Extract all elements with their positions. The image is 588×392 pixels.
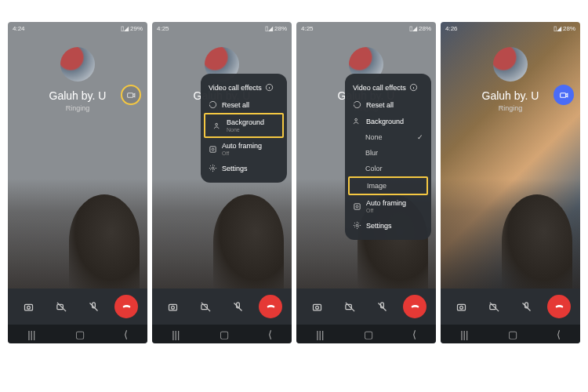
auto-framing-item[interactable]: Auto framing Off (345, 195, 431, 217)
call-content: Galuh by. U Ringing (441, 22, 580, 289)
call-status: Ringing (66, 104, 90, 112)
video-off-icon (344, 301, 356, 313)
phone-icon (554, 301, 565, 313)
bg-option-color[interactable]: Color (345, 161, 431, 176)
gear-icon (353, 221, 361, 230)
nav-recents[interactable]: ||| (172, 328, 180, 340)
mic-off-icon (521, 301, 532, 313)
caller-name: Galuh by. U (482, 89, 539, 102)
video-off-button[interactable] (194, 295, 217, 318)
reset-icon (209, 100, 217, 109)
sparkle-camera-icon (126, 90, 136, 100)
switch-camera-button[interactable] (162, 295, 185, 318)
auto-framing-item[interactable]: Auto framing Off (201, 138, 287, 160)
video-effects-button[interactable] (121, 85, 141, 105)
svg-point-17 (356, 205, 358, 208)
phone-screen-2: 4:25 ▯◢ 28% Galuh by. U Ringing Video ca… (152, 22, 292, 343)
check-icon: ✓ (417, 133, 423, 141)
video-effects-popup: Video call effects Reset all Background … (345, 74, 431, 240)
mute-button[interactable] (82, 295, 106, 318)
settings-item[interactable]: Settings (201, 160, 287, 176)
battery-level: 28% (274, 25, 287, 32)
svg-point-2 (27, 306, 31, 309)
status-bar: 4:25 ▯◢ 28% (152, 22, 292, 34)
call-controls (296, 289, 436, 325)
status-bar: 4:25 ▯◢ 28% (296, 22, 436, 34)
popup-title: Video call effects (345, 80, 431, 96)
status-time: 4:26 (445, 25, 458, 32)
svg-rect-10 (169, 304, 177, 310)
nav-home[interactable]: ▢ (508, 328, 517, 340)
mic-off-icon (376, 301, 388, 313)
bg-option-none[interactable]: None ✓ (345, 129, 431, 145)
camera-icon (23, 301, 34, 313)
svg-rect-19 (314, 304, 321, 310)
svg-point-18 (356, 224, 358, 227)
status-right: ▯◢ 28% (409, 25, 431, 32)
svg-point-6 (216, 123, 218, 125)
status-time: 4:25 (301, 25, 314, 32)
background-icon (353, 117, 361, 125)
caller-avatar (60, 47, 95, 82)
nav-back[interactable]: ⟨ (268, 328, 272, 340)
signal-icon: ▯◢ (121, 25, 129, 32)
nav-recents[interactable]: ||| (316, 328, 324, 340)
call-status: Ringing (499, 104, 523, 112)
video-off-button[interactable] (482, 295, 506, 318)
background-item[interactable]: Background (345, 113, 431, 129)
info-icon[interactable] (265, 83, 274, 92)
reset-all-item[interactable]: Reset all (201, 96, 287, 113)
end-call-button[interactable] (259, 295, 282, 318)
status-bar: 4:26 ▯◢ 28% (441, 22, 580, 34)
switch-camera-button[interactable] (450, 295, 474, 318)
bg-option-image[interactable]: Image (348, 176, 428, 195)
svg-rect-24 (458, 304, 466, 310)
video-off-button[interactable] (49, 295, 73, 318)
settings-item[interactable]: Settings (345, 217, 431, 234)
svg-point-25 (460, 306, 463, 309)
mute-button[interactable] (371, 295, 394, 318)
call-controls (8, 289, 147, 325)
nav-back[interactable]: ⟨ (124, 328, 128, 340)
mute-button[interactable] (227, 295, 250, 318)
end-call-button[interactable] (403, 295, 426, 318)
video-effects-button[interactable] (554, 85, 574, 105)
call-controls (152, 289, 292, 325)
end-call-button[interactable] (547, 295, 571, 318)
video-effects-popup: Video call effects Reset all Background … (201, 74, 287, 183)
nav-back[interactable]: ⟨ (557, 328, 561, 340)
nav-home[interactable]: ▢ (220, 328, 229, 340)
nav-home[interactable]: ▢ (364, 328, 373, 340)
reset-icon (353, 100, 361, 109)
mute-button[interactable] (515, 295, 539, 318)
camera-preview (8, 179, 147, 289)
mic-off-icon (232, 301, 244, 313)
nav-recents[interactable]: ||| (460, 328, 468, 340)
android-nav-bar: ||| ▢ ⟨ (152, 325, 292, 343)
status-time: 4:24 (13, 25, 25, 32)
signal-icon: ▯◢ (554, 25, 561, 32)
auto-framing-icon (209, 145, 217, 154)
switch-camera-button[interactable] (306, 295, 329, 318)
video-off-button[interactable] (338, 295, 361, 318)
switch-camera-button[interactable] (17, 295, 41, 318)
call-controls (441, 289, 580, 325)
video-off-icon (488, 301, 500, 313)
nav-home[interactable]: ▢ (75, 328, 85, 340)
nav-back[interactable]: ⟨ (412, 328, 416, 340)
reset-all-item[interactable]: Reset all (345, 96, 431, 113)
info-icon[interactable] (409, 83, 418, 92)
phone-screen-4: 4:26 ▯◢ 28% Galuh by. U Ringing ||| ▢ ⟨ (441, 22, 580, 343)
battery-level: 28% (563, 25, 575, 32)
caller-avatar (493, 47, 528, 82)
nav-recents[interactable]: ||| (27, 328, 35, 340)
svg-point-11 (172, 306, 175, 309)
phone-icon (409, 301, 421, 313)
svg-rect-16 (354, 203, 360, 209)
phone-screen-1: 4:24 ▯◢ 29% Galuh by. U Ringing ||| ▢ ⟨ (8, 22, 147, 343)
android-nav-bar: ||| ▢ ⟨ (8, 325, 147, 343)
background-item[interactable]: Background None (204, 113, 284, 138)
end-call-button[interactable] (114, 295, 138, 318)
svg-rect-0 (127, 93, 132, 96)
bg-option-blur[interactable]: Blur (345, 145, 431, 161)
